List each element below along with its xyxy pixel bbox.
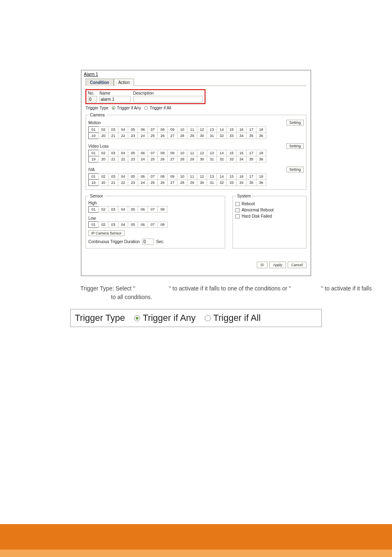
number-cell[interactable]: 02 [98,221,108,228]
name-field[interactable] [99,96,131,102]
number-cell[interactable]: 09 [167,150,178,156]
number-cell[interactable]: 32 [217,179,227,186]
number-cell[interactable]: 14 [217,173,227,180]
number-cell[interactable]: 01 [88,206,99,213]
number-cell[interactable]: 14 [217,150,227,156]
number-cell[interactable]: 08 [157,126,168,133]
number-cell[interactable]: 22 [118,179,128,186]
number-cell[interactable]: 07 [148,206,158,213]
checkbox-hard-disk-failed[interactable]: Hard Disk Failed [235,214,304,218]
number-cell[interactable]: 36 [256,156,266,162]
checkbox-abnormal-reboot[interactable]: Abnormal Reboot [235,208,304,212]
number-cell[interactable]: 07 [148,221,158,228]
number-cell[interactable]: 25 [148,132,158,139]
number-cell[interactable]: 17 [246,126,256,133]
number-cell[interactable]: 03 [108,150,118,156]
ip-camera-sensor-button[interactable]: IP Camera Sensor [88,230,125,236]
number-cell[interactable]: 07 [148,126,158,133]
radio-trigger-all[interactable]: Trigger if All [144,106,171,110]
number-cell[interactable]: 09 [167,173,178,180]
number-cell[interactable]: 05 [128,126,138,133]
number-cell[interactable]: 34 [236,179,247,186]
number-cell[interactable]: 21 [108,156,118,162]
number-cell[interactable]: 06 [138,173,148,180]
number-cell[interactable]: 36 [256,179,266,186]
number-cell[interactable]: 04 [118,173,128,180]
tab-action[interactable]: Action [114,79,134,86]
number-cell[interactable]: 13 [207,150,217,156]
number-cell[interactable]: 06 [138,206,148,213]
cancel-button[interactable]: Cancel [288,262,307,268]
number-cell[interactable]: 24 [138,132,148,139]
number-cell[interactable]: 04 [118,126,128,133]
number-cell[interactable]: 18 [256,150,266,156]
number-cell[interactable]: 20 [98,156,108,162]
number-cell[interactable]: 19 [88,156,99,162]
number-cell[interactable]: 25 [148,179,158,186]
number-cell[interactable]: 31 [207,156,217,162]
number-cell[interactable]: 12 [197,150,207,156]
strip-radio-trigger-all[interactable]: Trigger if All [205,313,261,323]
number-cell[interactable]: 24 [138,156,148,162]
number-cell[interactable]: 08 [157,173,168,180]
number-cell[interactable]: 15 [226,150,237,156]
number-cell[interactable]: 28 [177,156,187,162]
number-cell[interactable]: 20 [98,132,108,139]
number-cell[interactable]: 18 [256,173,266,180]
number-cell[interactable]: 17 [246,173,256,180]
number-cell[interactable]: 05 [128,150,138,156]
number-cell[interactable]: 04 [118,221,128,228]
videoloss-setting-button[interactable]: Setting [286,143,304,149]
number-cell[interactable]: 01 [88,126,99,133]
number-cell[interactable]: 19 [88,132,99,139]
description-field[interactable] [133,96,203,102]
apply-button[interactable]: Apply [269,262,286,268]
number-cell[interactable]: 13 [207,173,217,180]
checkbox-reboot[interactable]: Reboot [235,202,304,206]
number-cell[interactable]: 03 [108,126,118,133]
number-cell[interactable]: 23 [128,156,138,162]
number-cell[interactable]: 16 [236,150,247,156]
number-cell[interactable]: 12 [197,126,207,133]
iva-setting-button[interactable]: Setting [286,167,304,172]
number-cell[interactable]: 23 [128,179,138,186]
number-cell[interactable]: 20 [98,179,108,186]
number-cell[interactable]: 34 [236,132,247,139]
number-cell[interactable]: 08 [157,206,168,213]
number-cell[interactable]: 02 [98,126,108,133]
number-cell[interactable]: 14 [217,126,227,133]
number-cell[interactable]: 27 [167,132,178,139]
number-cell[interactable]: 05 [128,206,138,213]
number-cell[interactable]: 04 [118,150,128,156]
number-cell[interactable]: 31 [207,132,217,139]
number-cell[interactable]: 08 [157,221,168,228]
number-cell[interactable]: 02 [98,173,108,180]
number-cell[interactable]: 25 [148,156,158,162]
number-cell[interactable]: 13 [207,126,217,133]
number-cell[interactable]: 24 [138,179,148,186]
number-cell[interactable]: 27 [167,156,178,162]
number-cell[interactable]: 15 [226,126,237,133]
keyboard-icon-button[interactable] [257,262,267,268]
number-cell[interactable]: 01 [88,173,99,180]
number-cell[interactable]: 16 [236,173,247,180]
number-cell[interactable]: 33 [226,179,237,186]
number-cell[interactable]: 29 [187,156,197,162]
number-cell[interactable]: 27 [167,179,178,186]
number-cell[interactable]: 30 [197,132,207,139]
number-cell[interactable]: 23 [128,132,138,139]
number-cell[interactable]: 01 [88,221,99,228]
number-cell[interactable]: 35 [246,156,256,162]
number-cell[interactable]: 30 [197,179,207,186]
number-cell[interactable]: 12 [197,173,207,180]
number-cell[interactable]: 02 [98,206,108,213]
number-cell[interactable]: 03 [108,206,118,213]
strip-radio-trigger-any[interactable]: Trigger if Any [134,313,196,323]
number-cell[interactable]: 22 [118,156,128,162]
number-cell[interactable]: 04 [118,206,128,213]
number-cell[interactable]: 32 [217,156,227,162]
number-cell[interactable]: 11 [187,150,197,156]
number-cell[interactable]: 08 [157,150,168,156]
number-cell[interactable]: 02 [98,150,108,156]
number-cell[interactable]: 29 [187,132,197,139]
